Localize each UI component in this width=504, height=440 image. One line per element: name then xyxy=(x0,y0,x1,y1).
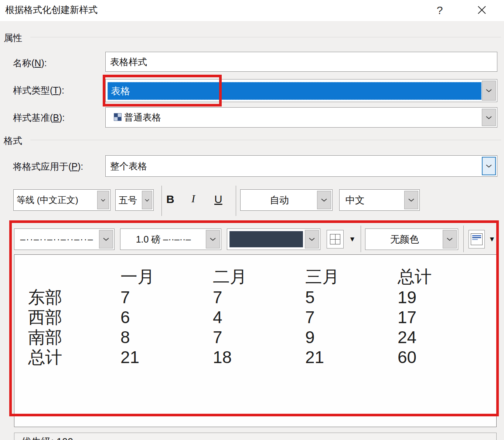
properties-divider xyxy=(30,37,501,37)
table-cell: 4 xyxy=(213,307,305,327)
preview-pane: 一月 二月 三月 总计 东部 7 7 5 19 西部 6 4 7 17 南部 xyxy=(14,254,497,427)
fill-color-dropdown-button[interactable] xyxy=(443,230,457,248)
row-label: 总计 xyxy=(28,347,120,367)
line-style-dropdown-button[interactable] xyxy=(99,230,113,248)
alignment-icon xyxy=(471,233,483,245)
chevron-down-icon xyxy=(210,237,216,241)
table-cell: 18 xyxy=(213,347,305,367)
borders-dropdown-arrow[interactable]: ▼ xyxy=(349,235,356,243)
alignment-button[interactable] xyxy=(469,230,485,248)
underline-button[interactable]: U xyxy=(214,193,222,206)
column-header: 二月 xyxy=(213,266,305,287)
fill-color-select[interactable]: 无颜色 xyxy=(365,229,458,250)
close-button[interactable] xyxy=(474,3,490,18)
priority-text: 优先级: 100 xyxy=(14,433,496,440)
based-on-select[interactable]: 普通表格 xyxy=(105,107,497,128)
toolbar-separator xyxy=(236,186,236,216)
table-style-icon xyxy=(114,113,122,121)
dialog-title: 根据格式化创建新样式 xyxy=(5,4,98,16)
style-type-select[interactable]: 表格 xyxy=(105,79,497,102)
priority-box: 优先级: 100 xyxy=(14,433,497,440)
chevron-down-icon xyxy=(144,199,150,202)
format-divider xyxy=(30,140,501,140)
section-format-label: 格式 xyxy=(4,135,22,147)
title-bar: 根据格式化创建新样式 ? xyxy=(0,0,504,21)
name-label: 名称(N): xyxy=(13,57,47,69)
chevron-down-icon xyxy=(486,89,492,92)
apply-to-dropdown-button[interactable] xyxy=(482,157,496,175)
section-properties-label: 属性 xyxy=(4,32,22,44)
border-color-dropdown-button[interactable] xyxy=(305,230,319,248)
toolbar-separator xyxy=(463,226,464,252)
chevron-down-icon xyxy=(486,164,492,168)
table-cell: 9 xyxy=(305,327,398,347)
name-value: 表格样式 xyxy=(106,52,497,71)
table-row: 东部 7 7 5 19 xyxy=(28,287,490,307)
table-cell: 24 xyxy=(398,327,490,347)
table-cell: 5 xyxy=(305,287,398,307)
table-cell: 8 xyxy=(120,327,213,347)
chevron-down-icon xyxy=(309,237,315,241)
table-header-row: 一月 二月 三月 总计 xyxy=(28,266,490,287)
close-icon xyxy=(477,5,487,16)
column-header: 一月 xyxy=(120,266,213,287)
font-name-dropdown-button[interactable] xyxy=(97,191,109,209)
italic-button[interactable]: I xyxy=(191,192,195,205)
preview-table: 一月 二月 三月 总计 东部 7 7 5 19 西部 6 4 7 17 南部 xyxy=(28,266,490,367)
line-weight-select[interactable]: 1.0 磅 –··–··– xyxy=(120,229,221,250)
style-type-label: 样式类型(T): xyxy=(13,84,64,97)
font-size-select[interactable]: 五号 xyxy=(115,189,154,211)
row-label: 南部 xyxy=(28,327,120,347)
border-color-select[interactable] xyxy=(227,229,320,250)
column-header: 三月 xyxy=(305,266,398,287)
chevron-down-icon xyxy=(446,237,453,241)
table-cell: 19 xyxy=(398,287,490,307)
table-cell: 7 xyxy=(213,287,305,307)
language-select[interactable]: 中文 xyxy=(339,189,420,211)
table-cell: 7 xyxy=(213,327,305,347)
apply-to-select[interactable]: 整个表格 xyxy=(105,155,497,177)
bold-button[interactable]: B xyxy=(166,193,174,206)
line-weight-dropdown-button[interactable] xyxy=(206,230,220,248)
create-style-dialog: 根据格式化创建新样式 ? 属性 名称(N): 表格样式 样式类型(T): 表格 … xyxy=(0,0,504,440)
help-icon[interactable]: ? xyxy=(432,2,447,18)
style-type-dropdown-button[interactable] xyxy=(482,81,496,101)
line-style-select[interactable]: –··–··–··–··–··– xyxy=(14,229,115,250)
column-header: 总计 xyxy=(398,266,490,287)
table-cell: 7 xyxy=(305,307,398,327)
table-cell: 7 xyxy=(120,287,213,307)
apply-to-label: 将格式应用于(P): xyxy=(13,160,83,173)
table-row: 总计 21 18 21 60 xyxy=(28,347,490,367)
corner-cell xyxy=(28,266,120,287)
table-row: 西部 6 4 7 17 xyxy=(28,307,490,327)
borders-button[interactable] xyxy=(327,230,344,248)
based-on-value: 普通表格 xyxy=(106,108,497,127)
font-name-select[interactable]: 等线 (中文正文) xyxy=(13,189,110,211)
chevron-down-icon xyxy=(103,237,109,241)
table-row: 南部 8 7 9 24 xyxy=(28,327,490,347)
chevron-down-icon xyxy=(321,198,327,202)
row-label: 东部 xyxy=(28,287,120,307)
table-cell: 60 xyxy=(398,347,490,367)
based-on-dropdown-button[interactable] xyxy=(482,109,496,126)
chevron-down-icon xyxy=(486,116,492,119)
font-color-select[interactable]: 自动 xyxy=(240,189,333,211)
table-cell: 17 xyxy=(398,307,490,327)
table-cell: 21 xyxy=(305,347,398,367)
alignment-dropdown-arrow[interactable]: ▼ xyxy=(488,235,496,243)
toolbar-separator xyxy=(361,226,361,252)
table-cell: 6 xyxy=(120,307,213,327)
toolbar-separator xyxy=(161,186,162,216)
chevron-down-icon xyxy=(101,199,106,202)
table-cell: 21 xyxy=(120,347,213,367)
font-color-dropdown-button[interactable] xyxy=(317,191,331,209)
borders-grid-icon xyxy=(330,234,340,244)
name-input[interactable]: 表格样式 xyxy=(105,52,497,72)
font-size-dropdown-button[interactable] xyxy=(142,191,152,209)
row-label: 西部 xyxy=(28,307,120,327)
apply-to-value: 整个表格 xyxy=(106,156,497,176)
style-type-selected-option[interactable]: 表格 xyxy=(108,82,481,100)
language-dropdown-button[interactable] xyxy=(404,191,418,209)
font-name-value: 等线 (中文正文) xyxy=(14,190,110,210)
border-color-swatch xyxy=(229,231,303,247)
